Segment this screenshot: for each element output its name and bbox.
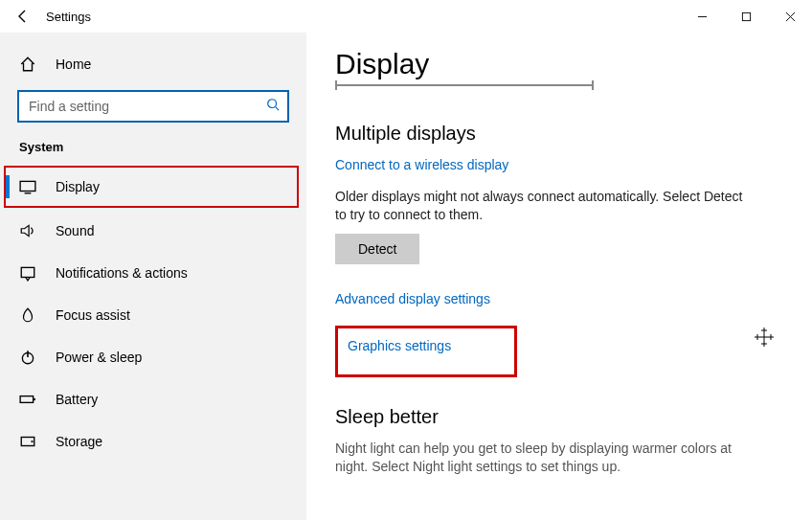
detect-button[interactable]: Detect (335, 234, 419, 264)
svg-rect-1 (742, 12, 750, 20)
svg-rect-10 (34, 398, 35, 400)
sidebar-item-label: Battery (56, 392, 98, 407)
sidebar-item-label: Storage (56, 434, 102, 449)
sidebar-item-power-sleep[interactable]: Power & sleep (0, 336, 306, 378)
close-button[interactable] (768, 2, 812, 31)
svg-rect-4 (20, 181, 35, 191)
maximize-button[interactable] (724, 2, 768, 31)
sleep-better-text: Night light can help you get to sleep by… (335, 440, 747, 476)
graphics-settings-link[interactable]: Graphics settings (348, 338, 505, 353)
sidebar-item-label: Display (56, 179, 100, 194)
window-title: Settings (40, 10, 680, 24)
sidebar-item-label: Power & sleep (56, 350, 142, 365)
cursor-icon (755, 328, 774, 351)
connect-wireless-display-link[interactable]: Connect to a wireless display (335, 157, 508, 172)
graphics-settings-highlight: Graphics settings (335, 326, 517, 377)
minimize-button[interactable] (680, 2, 724, 31)
battery-icon (19, 391, 36, 408)
search-icon (266, 98, 280, 115)
search-input[interactable] (29, 99, 266, 114)
svg-rect-6 (21, 267, 34, 277)
sidebar-item-display[interactable]: Display (4, 166, 299, 208)
svg-point-2 (268, 100, 277, 108)
focus-assist-icon (19, 306, 36, 324)
sidebar-item-notifications[interactable]: Notifications & actions (0, 252, 306, 294)
sidebar-item-label: Notifications & actions (56, 265, 188, 281)
older-displays-text: Older displays might not always connect … (335, 188, 747, 224)
sidebar-item-home[interactable]: Home (0, 46, 306, 82)
sound-icon (19, 222, 36, 239)
sidebar-item-label: Focus assist (56, 307, 130, 323)
display-icon (19, 178, 36, 195)
sidebar-item-storage[interactable]: Storage (0, 420, 306, 463)
title-underline (335, 84, 594, 86)
svg-line-3 (276, 107, 280, 111)
search-input-container[interactable] (17, 90, 289, 123)
svg-rect-9 (20, 396, 34, 403)
home-icon (19, 56, 36, 73)
notifications-icon (19, 264, 36, 282)
power-icon (19, 349, 36, 366)
sidebar-item-focus-assist[interactable]: Focus assist (0, 294, 306, 336)
sidebar-home-label: Home (56, 57, 91, 72)
page-title: Display (335, 48, 781, 80)
main-content: Display Multiple displays Connect to a w… (306, 33, 812, 520)
svg-point-12 (31, 441, 33, 442)
sidebar-section-label: System (0, 136, 306, 164)
sidebar-item-label: Sound (56, 223, 94, 238)
sidebar-item-battery[interactable]: Battery (0, 378, 306, 420)
sidebar-item-sound[interactable]: Sound (0, 210, 306, 252)
storage-icon (19, 433, 36, 450)
multiple-displays-heading: Multiple displays (335, 123, 781, 145)
sidebar: Home System Display Sound (0, 33, 306, 520)
sleep-better-heading: Sleep better (335, 406, 781, 428)
advanced-display-settings-link[interactable]: Advanced display settings (335, 291, 781, 306)
back-button[interactable] (6, 0, 40, 34)
